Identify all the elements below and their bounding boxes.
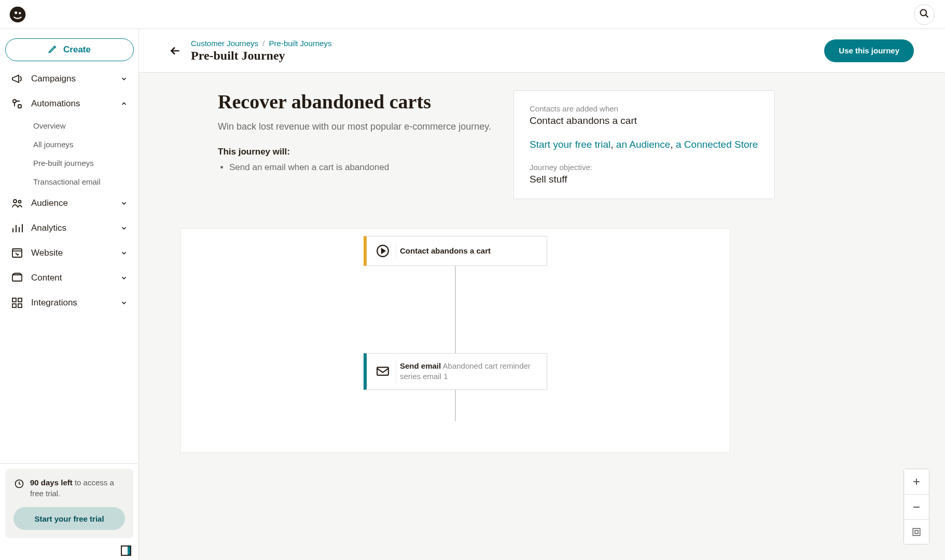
requirement-links: Start your free trial, an Audience, a Co…: [530, 139, 759, 150]
svg-point-3: [921, 10, 927, 16]
page-title: Pre-built Journey: [191, 49, 331, 63]
subnav-overview[interactable]: Overview: [33, 116, 135, 135]
svg-point-7: [13, 200, 17, 203]
trial-text: 90 days left to access a free trial.: [30, 477, 125, 499]
nav-label: Audience: [31, 198, 120, 208]
breadcrumb: Customer Journeys / Pre-built Journeys: [191, 39, 331, 48]
start-trial-button[interactable]: Start your free trial: [13, 507, 125, 530]
clock-icon: [13, 478, 25, 489]
journey-title: Recover abandoned carts: [218, 90, 498, 113]
automation-icon: [10, 97, 24, 110]
integrations-icon: [10, 296, 24, 310]
subnav-all-journeys[interactable]: All journeys: [33, 135, 135, 153]
contacts-added-label: Contacts are added when: [530, 104, 759, 113]
zoom-out-button[interactable]: [904, 494, 929, 519]
collapse-sidebar-icon[interactable]: [121, 545, 131, 556]
create-button[interactable]: Create: [5, 38, 134, 61]
envelope-icon: [375, 363, 391, 379]
search-icon: [919, 8, 929, 20]
nav-label: Integrations: [31, 298, 120, 308]
objective-label: Journey objective:: [530, 163, 759, 172]
subnav-transactional-email[interactable]: Transactional email: [33, 172, 135, 191]
create-label: Create: [63, 45, 91, 55]
journey-canvas: Contact abandons a cart Send email Aband…: [180, 228, 730, 453]
audience-icon: [10, 197, 24, 210]
chevron-down-icon: [120, 224, 128, 232]
nav-label: Automations: [31, 99, 120, 109]
contacts-added-value: Contact abandons a cart: [530, 115, 759, 127]
journey-start-node[interactable]: Contact abandons a cart: [364, 236, 547, 266]
brand-logo[interactable]: [8, 5, 27, 24]
connector-line: [455, 266, 456, 353]
svg-point-8: [19, 201, 21, 203]
chevron-down-icon: [120, 249, 128, 257]
page-header: Customer Journeys / Pre-built Journeys P…: [139, 29, 945, 73]
analytics-icon: [10, 221, 24, 235]
content-icon: [10, 271, 24, 285]
svg-rect-17: [377, 368, 388, 375]
svg-rect-13: [12, 304, 16, 307]
nav-audience[interactable]: Audience: [3, 191, 135, 216]
svg-rect-6: [18, 105, 21, 108]
svg-rect-12: [18, 298, 22, 302]
nav-automations[interactable]: Automations: [3, 91, 135, 116]
nav-label: Analytics: [31, 223, 120, 233]
connector-line: [455, 390, 456, 421]
chevron-down-icon: [120, 299, 128, 307]
nav-analytics[interactable]: Analytics: [3, 216, 135, 241]
nav-integrations[interactable]: Integrations: [3, 290, 135, 315]
nav-website[interactable]: Website: [3, 241, 135, 265]
use-journey-button[interactable]: Use this journey: [824, 39, 914, 62]
svg-point-2: [19, 12, 21, 14]
journey-description: Win back lost revenue with our most popu…: [218, 120, 498, 133]
megaphone-icon: [10, 72, 24, 86]
search-button[interactable]: [914, 4, 935, 25]
subnav-prebuilt-journeys[interactable]: Pre-built journeys: [33, 153, 135, 172]
nav-content[interactable]: Content: [3, 265, 135, 290]
svg-rect-19: [915, 530, 918, 534]
back-button[interactable]: [168, 44, 183, 58]
svg-rect-11: [12, 298, 16, 302]
zoom-in-button[interactable]: [904, 469, 929, 494]
link-start-trial[interactable]: Start your free trial: [530, 139, 610, 150]
journey-action-node[interactable]: Send email Abandoned cart reminder serie…: [364, 353, 547, 390]
breadcrumb-prebuilt-journeys[interactable]: Pre-built Journeys: [269, 39, 332, 48]
svg-line-4: [926, 15, 928, 18]
fit-screen-button[interactable]: [904, 519, 929, 544]
svg-rect-18: [913, 528, 920, 536]
svg-rect-14: [18, 304, 22, 307]
svg-rect-9: [12, 249, 22, 257]
action-node-prefix: Send email: [400, 361, 441, 370]
link-connected-store[interactable]: a Connected Store: [676, 139, 758, 150]
pencil-icon: [48, 44, 58, 57]
journey-info-panel: Contacts are added when Contact abandons…: [513, 90, 775, 199]
chevron-down-icon: [120, 75, 128, 83]
objective-value: Sell stuff: [530, 174, 759, 185]
start-node-label: Contact abandons a cart: [400, 246, 491, 255]
chevron-down-icon: [120, 199, 128, 207]
svg-point-5: [13, 100, 16, 103]
nav-label: Website: [31, 248, 120, 258]
chevron-down-icon: [120, 274, 128, 282]
chevron-up-icon: [120, 100, 128, 108]
breadcrumb-customer-journeys[interactable]: Customer Journeys: [191, 39, 258, 48]
nav-label: Campaigns: [31, 74, 120, 84]
svg-point-1: [15, 11, 17, 14]
website-icon: [10, 246, 24, 260]
nav-campaigns[interactable]: Campaigns: [3, 66, 135, 91]
journey-subtitle: This journey will:: [218, 147, 498, 157]
link-audience[interactable]: an Audience: [616, 139, 671, 150]
nav-label: Content: [31, 273, 120, 283]
journey-bullet: Send an email when a cart is abandoned: [229, 162, 498, 173]
sidebar: Create Campaigns Automations Overview: [0, 29, 139, 560]
svg-rect-10: [12, 275, 22, 281]
zoom-controls: [904, 469, 929, 544]
svg-point-0: [10, 6, 26, 22]
trial-card: 90 days left to access a free trial. Sta…: [5, 469, 133, 538]
play-circle-icon: [375, 243, 391, 259]
